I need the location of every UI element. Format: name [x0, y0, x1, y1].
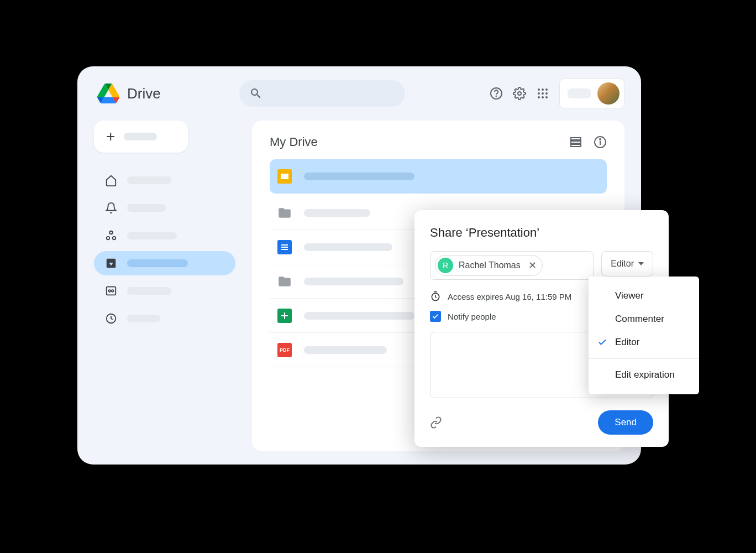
- filename-placeholder: [304, 243, 392, 251]
- workspaces-icon: [105, 229, 117, 242]
- info-icon[interactable]: [594, 135, 607, 149]
- slides-icon: [277, 169, 292, 184]
- sidebar-label-placeholder: [127, 176, 171, 184]
- svg-point-13: [107, 237, 110, 240]
- check-icon: [597, 337, 607, 347]
- svg-rect-21: [571, 144, 581, 147]
- new-button[interactable]: +: [94, 121, 188, 153]
- svg-rect-20: [571, 141, 581, 143]
- docs-icon: [277, 240, 292, 254]
- person-avatar: R: [438, 258, 453, 273]
- main-header: My Drive: [270, 135, 607, 149]
- role-menu: Viewer Commenter Editor Edit expiration: [589, 276, 699, 394]
- page-title: My Drive: [270, 135, 318, 149]
- sidebar-label-placeholder: [127, 232, 177, 239]
- sidebar-item-my-drive[interactable]: [94, 251, 235, 275]
- sidebar-item-recent[interactable]: [94, 306, 235, 331]
- role-option-edit-expiration[interactable]: Edit expiration: [589, 363, 699, 387]
- svg-point-16: [108, 290, 111, 292]
- search-icon: [249, 87, 262, 100]
- svg-rect-19: [571, 138, 581, 140]
- expiration-text: Access expires Aug 16, 11:59 PM: [448, 292, 571, 301]
- file-row-slides[interactable]: [270, 159, 607, 194]
- view-actions: [569, 135, 607, 149]
- menu-divider: [589, 358, 699, 359]
- svg-point-7: [542, 92, 544, 95]
- svg-point-3: [538, 88, 540, 91]
- svg-point-24: [600, 139, 601, 140]
- shared-drives-icon: [105, 285, 117, 297]
- svg-point-9: [538, 96, 540, 98]
- share-footer: Send: [430, 410, 653, 435]
- apps-icon[interactable]: [536, 87, 549, 100]
- notify-label: Notify people: [448, 312, 496, 321]
- sidebar-item-activity[interactable]: [94, 196, 235, 220]
- gear-icon[interactable]: [513, 87, 526, 100]
- drive-logo-icon: [97, 82, 119, 105]
- logo-section: Drive: [97, 82, 161, 105]
- sidebar-label-placeholder: [127, 287, 171, 295]
- search-input[interactable]: [239, 80, 405, 107]
- sidebar-label-placeholder: [127, 259, 188, 267]
- caret-down-icon: [638, 262, 644, 265]
- filename-placeholder: [304, 312, 414, 320]
- copy-link-icon[interactable]: [430, 416, 442, 429]
- role-label: Editor: [611, 259, 634, 269]
- person-chip[interactable]: R Rachel Thomas ✕: [435, 255, 543, 276]
- sidebar-item-workspaces[interactable]: [94, 223, 235, 248]
- account-switcher[interactable]: [559, 79, 624, 108]
- svg-point-6: [538, 92, 540, 95]
- filename-placeholder: [304, 278, 403, 285]
- role-option-commenter[interactable]: Commenter: [589, 307, 699, 331]
- sidebar-label-placeholder: [127, 204, 166, 212]
- svg-point-10: [542, 96, 544, 98]
- folder-icon: [277, 206, 292, 220]
- sidebar: +: [94, 121, 235, 451]
- svg-point-5: [545, 88, 548, 91]
- svg-point-4: [542, 88, 544, 91]
- timer-icon: [430, 291, 441, 302]
- svg-point-8: [545, 92, 548, 95]
- role-dropdown[interactable]: Editor: [601, 251, 653, 276]
- role-option-viewer[interactable]: Viewer: [589, 284, 699, 307]
- svg-point-11: [545, 96, 548, 98]
- svg-point-17: [112, 290, 114, 292]
- drive-icon: [105, 257, 117, 269]
- sheets-icon: [277, 309, 292, 323]
- help-icon[interactable]: [490, 87, 503, 100]
- app-title: Drive: [127, 85, 161, 102]
- sidebar-item-home[interactable]: [94, 168, 235, 192]
- send-button[interactable]: Send: [598, 410, 653, 435]
- new-button-label-placeholder: [124, 133, 157, 140]
- home-icon: [105, 174, 117, 186]
- svg-point-1: [496, 96, 497, 97]
- sidebar-item-shared-drives[interactable]: [94, 279, 235, 303]
- header-actions: [490, 79, 624, 108]
- filename-placeholder: [304, 209, 370, 217]
- header: Drive: [77, 66, 641, 121]
- plus-icon: +: [106, 128, 115, 145]
- share-dialog-title: Share ‘Presentation’: [430, 226, 653, 240]
- remove-chip-icon[interactable]: ✕: [528, 259, 537, 272]
- svg-point-14: [113, 237, 116, 240]
- filename-placeholder: [304, 173, 414, 180]
- filename-placeholder: [304, 346, 387, 354]
- account-label-placeholder: [568, 88, 591, 98]
- pdf-icon: PDF: [277, 343, 292, 357]
- notify-checkbox[interactable]: [430, 311, 441, 322]
- person-name: Rachel Thomas: [459, 260, 521, 270]
- clock-icon: [105, 312, 117, 325]
- role-option-editor[interactable]: Editor: [589, 331, 699, 354]
- bell-icon: [105, 202, 117, 214]
- share-recipient-row: R Rachel Thomas ✕ Editor: [430, 251, 653, 280]
- people-input[interactable]: R Rachel Thomas ✕: [430, 251, 594, 280]
- svg-point-2: [518, 92, 521, 95]
- svg-point-12: [109, 231, 113, 234]
- sidebar-label-placeholder: [127, 315, 160, 322]
- list-view-icon[interactable]: [569, 135, 582, 149]
- avatar: [597, 82, 620, 105]
- folder-icon: [277, 274, 292, 289]
